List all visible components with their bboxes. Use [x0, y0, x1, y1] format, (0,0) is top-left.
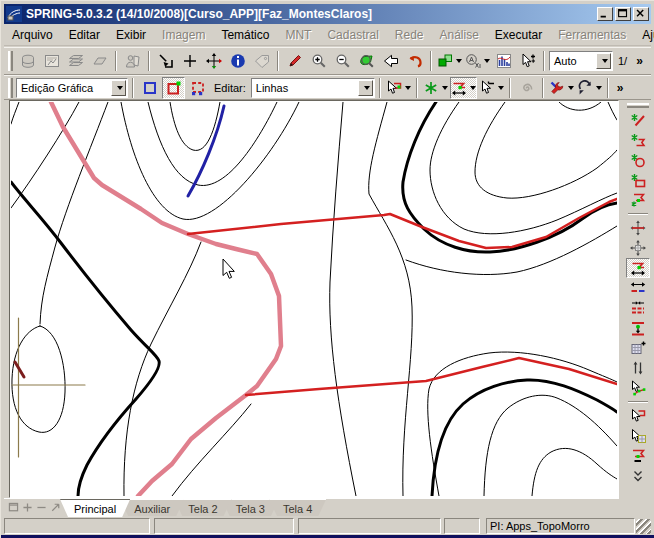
asterisk-icon: [423, 80, 439, 96]
create-circle-button[interactable]: [626, 150, 650, 170]
acquire-button[interactable]: [516, 50, 539, 72]
mode-combo[interactable]: Edição Gráfica: [16, 78, 128, 98]
split-segments-button[interactable]: [626, 278, 650, 298]
toolbar-grip[interactable]: [627, 103, 649, 108]
chevron-down-icon[interactable]: [568, 86, 574, 90]
scale-factor-button[interactable]: [464, 50, 491, 72]
mode-combo-dropdown-button[interactable]: [111, 80, 126, 96]
info-button[interactable]: [226, 50, 249, 72]
toolbar-overflow[interactable]: »: [632, 54, 647, 68]
mini-restore-icon: [7, 501, 20, 514]
edit-polyline-button[interactable]: [626, 378, 650, 398]
grid-plus-icon: [630, 340, 646, 356]
chevron-down-icon[interactable]: [498, 86, 504, 90]
tab-tela-4[interactable]: Tela 4: [269, 499, 326, 516]
tab-principal[interactable]: Principal: [60, 499, 130, 517]
map-canvas[interactable]: [9, 100, 619, 498]
separator: [430, 51, 432, 71]
continue-line-button[interactable]: [626, 190, 650, 210]
edit-pencil-button[interactable]: [283, 50, 306, 72]
mdi-detach-button[interactable]: [49, 501, 62, 514]
edit-line-button[interactable]: [450, 77, 477, 99]
chevron-down-icon: [630, 468, 646, 484]
digitize-button[interactable]: [385, 77, 412, 99]
menu-item-temático[interactable]: Temático: [213, 26, 277, 44]
mdi-restore-button[interactable]: [7, 501, 20, 514]
plane-icon: [92, 53, 108, 69]
undo-button[interactable]: [403, 50, 426, 72]
cursor-grid-icon: [630, 428, 646, 444]
zoom-out-button[interactable]: [331, 50, 354, 72]
selected-line-pink[interactable]: [51, 102, 281, 496]
mdi-add-button[interactable]: [21, 501, 34, 514]
previous-view-button[interactable]: [379, 50, 402, 72]
create-rect-button[interactable]: [626, 170, 650, 190]
maroon-segment: [15, 362, 24, 377]
toolbar-grip[interactable]: [8, 78, 13, 98]
tab-auxiliar[interactable]: Auxiliar: [120, 499, 184, 516]
select-tool-button[interactable]: [478, 77, 505, 99]
scale-combo-dropdown-button[interactable]: [596, 53, 611, 69]
ridge-contour-inner-2: [475, 102, 617, 198]
edit-target-combo-dropdown-button[interactable]: [358, 80, 373, 96]
scale-combo[interactable]: Auto: [549, 51, 613, 71]
chevron-down-icon[interactable]: [470, 86, 476, 90]
select-line-button[interactable]: [162, 77, 185, 99]
select-line-tool-button[interactable]: [626, 406, 650, 426]
red-edited-line-top[interactable]: [188, 199, 617, 248]
pan-button[interactable]: [202, 50, 225, 72]
delete-line-button[interactable]: [626, 446, 650, 466]
separator: [148, 51, 150, 71]
chevron-down-icon[interactable]: [405, 86, 411, 90]
refresh-button[interactable]: [576, 77, 603, 99]
close-button[interactable]: [633, 7, 649, 21]
select-vertex-button[interactable]: [186, 77, 209, 99]
chevron-down-icon[interactable]: [484, 59, 490, 63]
edit-vertices-button[interactable]: [626, 258, 650, 278]
scale-1to1-button[interactable]: [436, 50, 463, 72]
person-icon: [125, 53, 141, 69]
chevron-down-icon[interactable]: [596, 86, 602, 90]
toolbar-overflow[interactable]: »: [613, 81, 628, 95]
red-edited-line-bottom[interactable]: [246, 358, 617, 395]
separator: [607, 78, 609, 98]
resize-grip[interactable]: [636, 519, 651, 534]
corner-arc-1: [559, 102, 601, 110]
add-area-button[interactable]: [626, 338, 650, 358]
menu-item-exibir[interactable]: Exibir: [108, 26, 154, 44]
flip-line-button[interactable]: [626, 358, 650, 378]
draw-button[interactable]: [154, 50, 177, 72]
select-rect-button[interactable]: [138, 77, 161, 99]
mdi-minimize-button[interactable]: [35, 501, 48, 514]
snap-point-button[interactable]: [626, 318, 650, 338]
menu-item-ajuda[interactable]: Ajuda: [634, 26, 654, 44]
cursor-flag-icon: [386, 80, 402, 96]
chevron-down-icon[interactable]: [456, 59, 462, 63]
zoom-in-button[interactable]: [307, 50, 330, 72]
move-selection-button[interactable]: [626, 238, 650, 258]
select-area-tool-button[interactable]: [626, 426, 650, 446]
toolbar-grip[interactable]: [8, 51, 13, 71]
menu-item-editar[interactable]: Editar: [61, 26, 108, 44]
create-line-button[interactable]: [626, 110, 650, 130]
menu-item-arquivo[interactable]: Arquivo: [4, 26, 61, 44]
tools-button[interactable]: [548, 77, 575, 99]
title-bar[interactable]: SPRING-5.0.3.2 (14/10/2008)[Curso_APP][F…: [4, 4, 651, 24]
create-polyline-button[interactable]: [626, 130, 650, 150]
chevron-down-icon[interactable]: [442, 86, 448, 90]
zoom-area-button[interactable]: [355, 50, 378, 72]
separator: [277, 51, 279, 71]
minimize-button[interactable]: [597, 7, 613, 21]
join-lines-button[interactable]: [626, 298, 650, 318]
more-tools-button[interactable]: [626, 466, 650, 486]
move-point-button[interactable]: [626, 218, 650, 238]
separator: [132, 78, 134, 98]
create-point-button[interactable]: [422, 77, 449, 99]
histogram-button[interactable]: [492, 50, 515, 72]
project-icon: [44, 53, 60, 69]
refresh-icon: [577, 80, 593, 96]
maximize-button[interactable]: [615, 7, 631, 21]
cross-button[interactable]: [178, 50, 201, 72]
edit-target-combo[interactable]: Linhas: [251, 78, 375, 98]
menu-item-executar[interactable]: Executar: [487, 26, 550, 44]
